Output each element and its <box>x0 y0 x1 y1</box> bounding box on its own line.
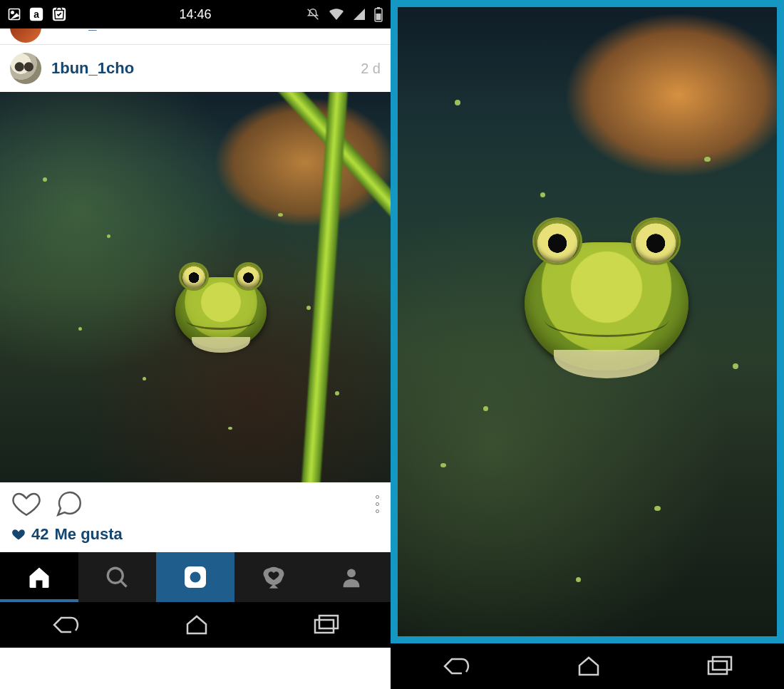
avatar[interactable] <box>10 53 41 84</box>
svg-point-1 <box>11 11 14 14</box>
username-link[interactable]: david_d <box>51 29 105 32</box>
tab-profile[interactable] <box>312 552 391 602</box>
tab-camera[interactable] <box>156 552 234 602</box>
likes-row[interactable]: 42 Me gusta <box>0 525 391 552</box>
picture-icon <box>7 7 21 21</box>
username-link[interactable]: 1bun_1cho <box>51 59 134 78</box>
post-time: 2 d <box>361 61 381 77</box>
nav-back-button[interactable] <box>50 612 83 638</box>
amazon-icon: a <box>29 6 44 22</box>
post-header: 1bun_1cho 2 d <box>0 45 391 92</box>
android-nav-bar <box>0 602 391 648</box>
photo-viewer[interactable] <box>391 0 784 643</box>
svg-text:a: a <box>33 9 39 20</box>
vibrate-icon <box>305 6 321 22</box>
likes-label: Me gusta <box>54 525 122 544</box>
previous-post-row[interactable]: david_d <box>0 29 391 44</box>
nav-recent-button[interactable] <box>311 613 341 637</box>
status-clock: 14:46 <box>179 7 211 22</box>
like-button[interactable] <box>11 489 41 519</box>
heart-icon <box>11 527 26 542</box>
nav-recent-button[interactable] <box>704 654 734 678</box>
shopping-icon <box>51 6 67 22</box>
svg-point-10 <box>190 572 200 583</box>
tab-activity[interactable] <box>234 552 313 602</box>
svg-point-12 <box>347 569 356 577</box>
nav-home-button[interactable] <box>182 612 212 638</box>
wifi-icon <box>328 7 345 21</box>
android-nav-bar <box>391 643 784 689</box>
nav-back-button[interactable] <box>440 653 473 679</box>
battery-icon <box>373 6 383 22</box>
svg-rect-13 <box>315 620 334 633</box>
android-status-bar: a 14:46 <box>0 0 391 29</box>
svg-rect-7 <box>376 14 381 20</box>
post-photo[interactable] <box>0 92 391 482</box>
tab-search[interactable] <box>78 552 157 602</box>
svg-rect-14 <box>319 616 338 628</box>
nav-home-button[interactable] <box>574 653 604 679</box>
tab-home[interactable] <box>0 552 78 602</box>
cell-signal-icon <box>352 7 366 21</box>
comment-button[interactable] <box>54 489 84 519</box>
likes-count: 42 <box>31 525 48 544</box>
svg-rect-6 <box>377 7 380 9</box>
post-action-bar <box>0 482 391 525</box>
instagram-tab-bar <box>0 552 391 602</box>
svg-point-8 <box>108 568 123 583</box>
svg-rect-16 <box>713 657 731 670</box>
svg-rect-15 <box>708 661 727 674</box>
avatar[interactable] <box>10 29 41 43</box>
more-options-button[interactable] <box>376 495 379 513</box>
